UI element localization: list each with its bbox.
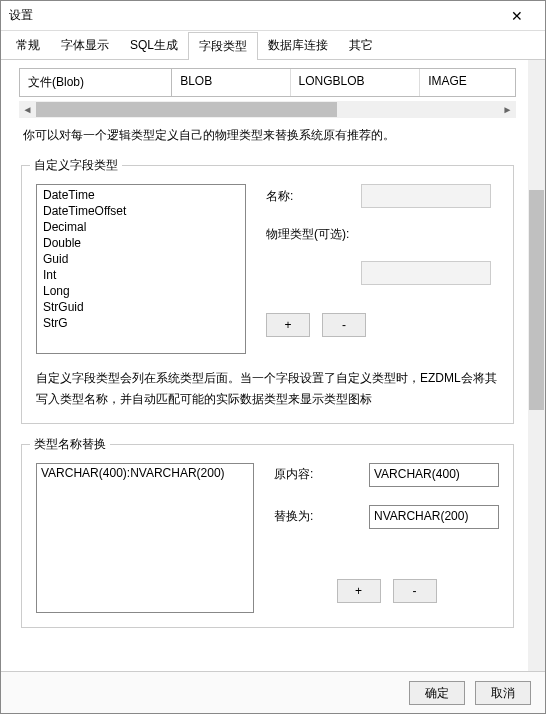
orig-input[interactable]: VARCHAR(400): [369, 463, 499, 487]
tab-bar: 常规 字体显示 SQL生成 字段类型 数据库连接 其它: [1, 31, 545, 60]
cell-p3: IMAGE: [420, 69, 515, 96]
phys-label: 物理类型(可选):: [266, 226, 361, 243]
group-title: 自定义字段类型: [30, 157, 122, 174]
group-replace: 类型名称替换 VARCHAR(400):NVARCHAR(200) 原内容: V…: [21, 444, 514, 628]
tab-general[interactable]: 常规: [5, 31, 51, 59]
cancel-button[interactable]: 取消: [475, 681, 531, 705]
phys-input[interactable]: [361, 261, 491, 285]
hscrollbar[interactable]: ◄ ►: [19, 101, 516, 118]
list-item[interactable]: Double: [41, 235, 241, 251]
cell-p1: BLOB: [172, 69, 290, 96]
cell-logical: 文件(Blob): [20, 69, 172, 96]
replace-list[interactable]: VARCHAR(400):NVARCHAR(200): [36, 463, 254, 613]
tab-db[interactable]: 数据库连接: [257, 31, 339, 59]
vscrollbar[interactable]: [528, 60, 545, 671]
list-item[interactable]: StrG: [41, 315, 241, 331]
del-button[interactable]: -: [322, 313, 366, 337]
hint-text: 你可以对每一个逻辑类型定义自己的物理类型来替换系统原有推荐的。: [23, 126, 512, 145]
vscroll-thumb[interactable]: [529, 190, 544, 410]
scroll-right-icon[interactable]: ►: [499, 104, 516, 115]
tab-font[interactable]: 字体显示: [50, 31, 120, 59]
list-item[interactable]: Decimal: [41, 219, 241, 235]
list-item[interactable]: DateTimeOffset: [41, 203, 241, 219]
window-title: 设置: [9, 7, 497, 24]
group-custom-types: 自定义字段类型 DateTime DateTimeOffset Decimal …: [21, 165, 514, 424]
custom-desc: 自定义字段类型会列在系统类型后面。当一个字段设置了自定义类型时，EZDML会将其…: [36, 368, 499, 409]
add-button[interactable]: +: [266, 313, 310, 337]
list-item[interactable]: Int: [41, 267, 241, 283]
tab-other[interactable]: 其它: [338, 31, 384, 59]
repl-label: 替换为:: [274, 508, 369, 525]
list-item[interactable]: DateTime: [41, 187, 241, 203]
list-item[interactable]: StrGuid: [41, 299, 241, 315]
name-label: 名称:: [266, 188, 361, 205]
name-input[interactable]: [361, 184, 491, 208]
repl-input[interactable]: NVARCHAR(200): [369, 505, 499, 529]
type-table: 文件(Blob) BLOB LONGBLOB IMAGE: [19, 68, 516, 97]
tab-sql[interactable]: SQL生成: [119, 31, 189, 59]
orig-label: 原内容:: [274, 466, 369, 483]
cell-p2: LONGBLOB: [291, 69, 421, 96]
del-button[interactable]: -: [393, 579, 437, 603]
list-item[interactable]: Guid: [41, 251, 241, 267]
table-row[interactable]: 文件(Blob) BLOB LONGBLOB IMAGE: [20, 69, 515, 96]
custom-type-list[interactable]: DateTime DateTimeOffset Decimal Double G…: [36, 184, 246, 354]
tab-fieldtype[interactable]: 字段类型: [188, 32, 258, 60]
close-icon[interactable]: ✕: [497, 8, 537, 24]
list-item[interactable]: Long: [41, 283, 241, 299]
list-item[interactable]: VARCHAR(400):NVARCHAR(200): [37, 464, 253, 482]
ok-button[interactable]: 确定: [409, 681, 465, 705]
add-button[interactable]: +: [337, 579, 381, 603]
scroll-left-icon[interactable]: ◄: [19, 104, 36, 115]
hscroll-thumb[interactable]: [36, 102, 337, 117]
group-title: 类型名称替换: [30, 436, 110, 453]
